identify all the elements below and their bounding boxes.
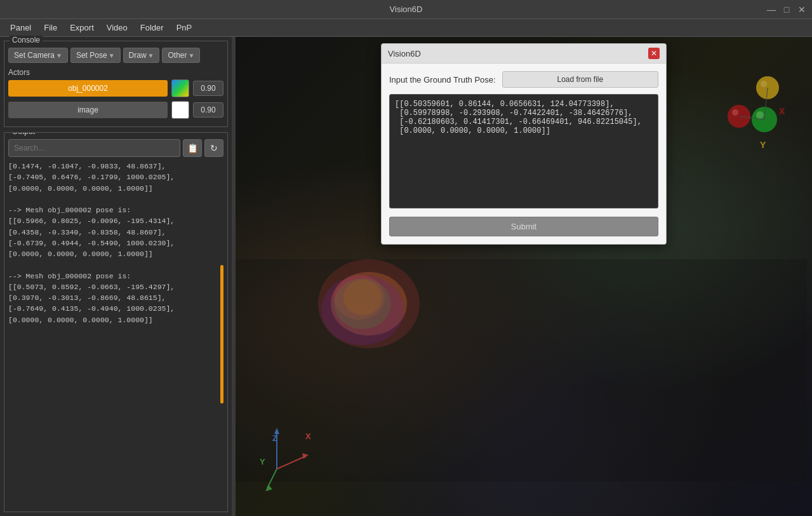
image-color-swatch[interactable]: [171, 101, 189, 119]
left-panel: Console Set Camera ▼ Set Pose ▼ Draw ▼ O…: [0, 37, 232, 516]
menu-export[interactable]: Export: [65, 21, 99, 34]
viewport[interactable]: Z X Y X Y: [236, 37, 812, 516]
menu-pnp[interactable]: PnP: [171, 21, 197, 34]
main-layout: Console Set Camera ▼ Set Pose ▼ Draw ▼ O…: [0, 37, 812, 516]
minimize-button[interactable]: —: [766, 4, 776, 15]
load-from-file-button[interactable]: Load from file: [502, 71, 658, 88]
modal-input-label: Input the Ground Truth Pose:: [389, 75, 496, 85]
draw-button[interactable]: Draw ▼: [123, 48, 160, 63]
modal-title: Vision6D: [388, 49, 421, 58]
menu-video[interactable]: Video: [102, 21, 133, 34]
output-content[interactable]: [0.1474, -0.1047, -0.9833, 48.8637], [-0…: [8, 161, 223, 508]
title-text: Vision6D: [390, 4, 423, 14]
pose-textarea[interactable]: [389, 94, 658, 208]
set-pose-arrow-icon: ▼: [109, 52, 115, 59]
other-arrow-icon: ▼: [188, 52, 194, 59]
titlebar: Vision6D — □ ✕: [0, 0, 812, 19]
obj-actor-row: obj_000002: [8, 79, 223, 97]
image-actor-button[interactable]: image: [8, 102, 168, 118]
menu-panel[interactable]: Panel: [5, 21, 36, 34]
obj-actor-button[interactable]: obj_000002: [8, 80, 168, 97]
set-camera-arrow-icon: ▼: [56, 52, 62, 59]
titlebar-controls: — □ ✕: [766, 0, 807, 19]
copy-icon: 📋: [187, 143, 198, 153]
menu-folder[interactable]: Folder: [135, 21, 169, 34]
modal-body: Input the Ground Truth Pose: Load from f…: [382, 64, 666, 244]
actors-label: Actors: [8, 68, 223, 77]
image-actor-row: image: [8, 101, 223, 119]
search-input[interactable]: [8, 139, 180, 157]
toolbar: Set Camera ▼ Set Pose ▼ Draw ▼ Other ▼: [8, 48, 223, 63]
obj-opacity-input[interactable]: [193, 81, 223, 96]
output-label: Output: [10, 132, 37, 136]
menubar: Panel File Export Video Folder PnP: [0, 19, 812, 37]
console-label: Console: [10, 36, 43, 44]
other-button[interactable]: Other ▼: [162, 48, 200, 63]
modal-dialog: Vision6D ✕ Input the Ground Truth Pose: …: [381, 43, 667, 245]
draw-arrow-icon: ▼: [148, 52, 154, 59]
close-button[interactable]: ✕: [797, 4, 807, 15]
output-toolbar: 📋 ↻: [8, 139, 223, 157]
console-section: Console Set Camera ▼ Set Pose ▼ Draw ▼ O…: [4, 41, 228, 127]
modal-titlebar: Vision6D ✕: [382, 44, 666, 64]
set-camera-button[interactable]: Set Camera ▼: [8, 48, 68, 63]
scroll-indicator: [220, 265, 223, 404]
output-text: [0.1474, -0.1047, -0.9833, 48.8637], [-0…: [8, 161, 223, 325]
modal-close-button[interactable]: ✕: [648, 48, 660, 59]
image-opacity-input[interactable]: [193, 102, 223, 118]
modal-overlay: Vision6D ✕ Input the Ground Truth Pose: …: [236, 37, 812, 516]
submit-button[interactable]: Submit: [389, 217, 658, 236]
refresh-button[interactable]: ↻: [204, 139, 223, 157]
copy-button[interactable]: 📋: [183, 139, 202, 157]
refresh-icon: ↻: [210, 143, 218, 153]
menu-file[interactable]: File: [39, 21, 62, 34]
set-pose-button[interactable]: Set Pose ▼: [70, 48, 121, 63]
obj-color-swatch[interactable]: [171, 79, 189, 97]
modal-input-row: Input the Ground Truth Pose: Load from f…: [389, 71, 658, 88]
output-section: Output 📋 ↻ [0.1474, -0.1047, -0.9833, 48…: [4, 132, 228, 512]
maximize-button[interactable]: □: [782, 4, 792, 15]
